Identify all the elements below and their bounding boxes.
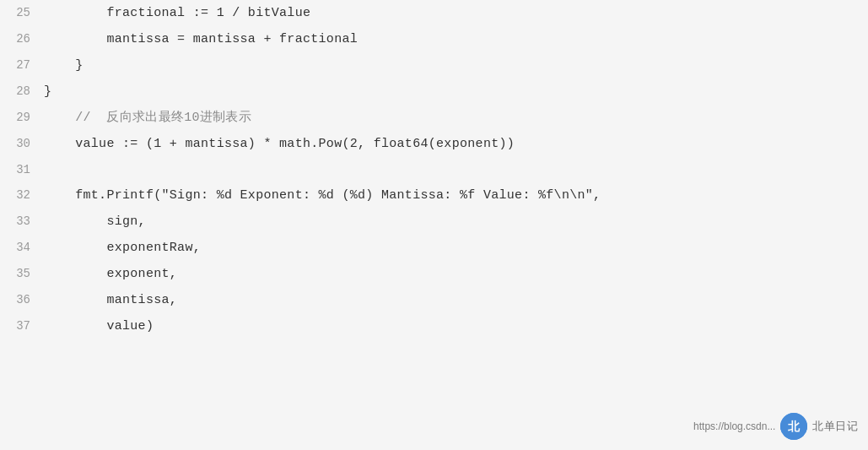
line-number: 28 bbox=[0, 79, 44, 104]
line-number: 29 bbox=[0, 105, 44, 130]
line-number: 36 bbox=[0, 287, 44, 312]
line-content: exponentRaw, bbox=[44, 236, 201, 261]
line-content: value := (1 + mantissa) * math.Pow(2, fl… bbox=[44, 132, 515, 157]
line-number: 32 bbox=[0, 182, 44, 208]
line-number: 37 bbox=[0, 313, 44, 339]
line-content: mantissa = mantissa + fractional bbox=[44, 27, 358, 52]
line-number: 33 bbox=[0, 209, 44, 234]
code-line: 35 exponent, bbox=[0, 261, 868, 287]
code-line: 26 mantissa = mantissa + fractional bbox=[0, 26, 868, 52]
line-content: // 反向求出最终10进制表示 bbox=[44, 106, 251, 131]
code-line: 33 sign, bbox=[0, 209, 868, 235]
code-line: 29 // 反向求出最终10进制表示 bbox=[0, 105, 868, 131]
line-content: fractional := 1 / bitValue bbox=[44, 1, 310, 26]
line-content: } bbox=[44, 79, 51, 105]
code-line: 37 value) bbox=[0, 313, 868, 339]
line-number: 35 bbox=[0, 261, 44, 286]
line-number: 34 bbox=[0, 235, 44, 260]
code-line: 34 exponentRaw, bbox=[0, 235, 868, 261]
line-content: mantissa, bbox=[44, 288, 177, 313]
line-number: 30 bbox=[0, 131, 44, 156]
svg-text:北: 北 bbox=[787, 420, 801, 433]
line-number: 26 bbox=[0, 26, 44, 52]
line-content: } bbox=[44, 53, 84, 79]
line-content: fmt.Printf("Sign: %d Exponent: %d (%d) M… bbox=[44, 183, 601, 209]
code-line: 28} bbox=[0, 79, 868, 105]
watermark-site-name: 北单日记 bbox=[812, 419, 858, 434]
code-line: 31 bbox=[0, 157, 868, 182]
line-number: 25 bbox=[0, 0, 44, 25]
line-number: 31 bbox=[0, 157, 44, 182]
code-editor: 25 fractional := 1 / bitValue26 mantissa… bbox=[0, 0, 868, 450]
watermark-url: https://blog.csdn... bbox=[693, 420, 775, 432]
line-content: sign, bbox=[44, 209, 146, 235]
line-content: value) bbox=[44, 314, 154, 339]
line-content: exponent, bbox=[44, 262, 177, 287]
watermark-logo-icon: 北 bbox=[780, 413, 807, 440]
code-lines: 25 fractional := 1 / bitValue26 mantissa… bbox=[0, 0, 868, 339]
code-line: 25 fractional := 1 / bitValue bbox=[0, 0, 868, 26]
code-line: 32 fmt.Printf("Sign: %d Exponent: %d (%d… bbox=[0, 182, 868, 209]
code-line: 27 } bbox=[0, 52, 868, 79]
watermark: https://blog.csdn... 北 北单日记 bbox=[693, 413, 858, 440]
line-number: 27 bbox=[0, 52, 44, 78]
code-line: 36 mantissa, bbox=[0, 287, 868, 313]
code-line: 30 value := (1 + mantissa) * math.Pow(2,… bbox=[0, 131, 868, 157]
